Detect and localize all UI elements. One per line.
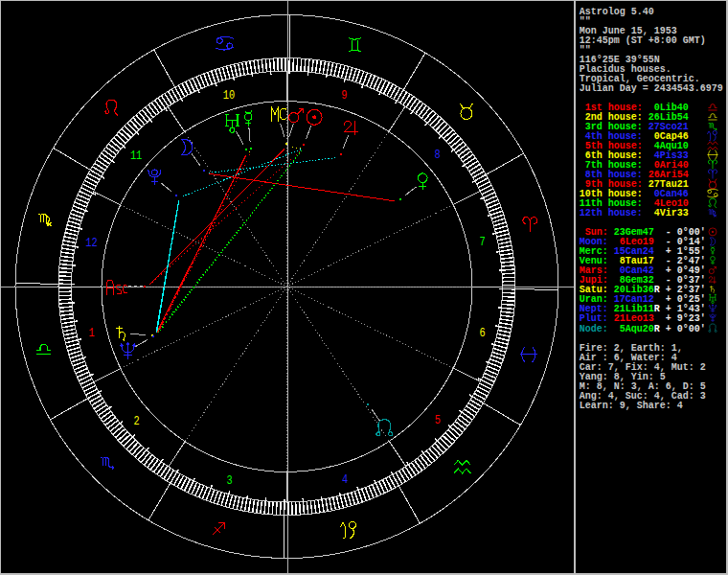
svg-text:Learn: 9, Share: 4: Learn: 9, Share: 4 xyxy=(580,401,683,411)
svg-text:5: 5 xyxy=(435,413,441,427)
svg-text:12: 12 xyxy=(85,236,97,250)
svg-text:6: 6 xyxy=(480,326,486,340)
svg-text:11: 11 xyxy=(130,149,143,163)
svg-text:R: R xyxy=(654,304,660,314)
svg-text:5Aqu20: 5Aqu20 xyxy=(614,324,654,334)
svg-text:8: 8 xyxy=(434,148,440,162)
svg-text:+ 0°00': + 0°00' xyxy=(666,324,706,334)
svg-text:7: 7 xyxy=(479,235,485,249)
svg-text:4: 4 xyxy=(342,472,348,487)
svg-text:2: 2 xyxy=(133,414,139,428)
svg-text:4Vir33: 4Vir33 xyxy=(648,208,689,218)
svg-text:Julian Day = 2434543.6979: Julian Day = 2434543.6979 xyxy=(580,83,723,94)
svg-text:12th house:: 12th house: xyxy=(580,208,643,218)
svg-text:10: 10 xyxy=(223,88,235,103)
svg-text:Node:: Node: xyxy=(580,324,608,334)
svg-text:9: 9 xyxy=(341,88,347,103)
svg-text:R: R xyxy=(654,285,660,295)
svg-text:12:45pm (ST +8:00 GMT): 12:45pm (ST +8:00 GMT) xyxy=(580,35,706,46)
svg-text:3: 3 xyxy=(227,473,233,488)
svg-text:R: R xyxy=(654,324,660,334)
svg-text:1: 1 xyxy=(88,326,94,340)
